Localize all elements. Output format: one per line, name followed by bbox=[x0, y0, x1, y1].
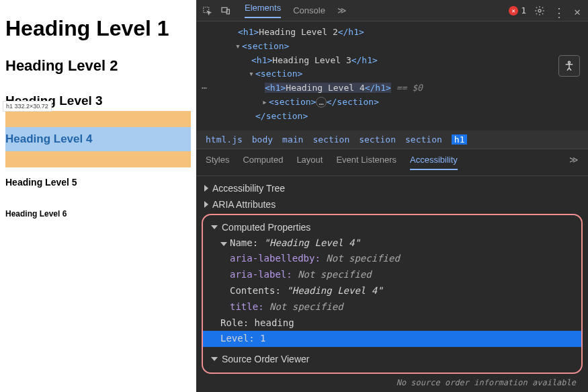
ellipsis-icon[interactable]: ⋯ bbox=[202, 81, 207, 95]
tab-styles[interactable]: Styles bbox=[206, 155, 229, 170]
crumb-main[interactable]: main bbox=[282, 134, 303, 145]
svg-point-4 bbox=[569, 61, 571, 63]
crumb-html[interactable]: html.js bbox=[206, 134, 243, 145]
chevron-right-icon bbox=[204, 201, 208, 208]
element-size-tooltip: h1 332.2×30.72 bbox=[3, 101, 52, 112]
heading-2: Heading Level 2 bbox=[5, 57, 191, 75]
svg-point-3 bbox=[538, 9, 541, 12]
computed-properties-callout: Computed Properties Name: "Heading Level… bbox=[202, 214, 583, 375]
heading-6: Heading Level 6 bbox=[5, 209, 191, 219]
rendered-page: Heading Level 1 Heading Level 2 Heading … bbox=[0, 0, 196, 392]
error-icon: ✕ bbox=[509, 6, 518, 15]
heading-1: Heading Level 1 bbox=[5, 16, 191, 41]
error-badge[interactable]: ✕ 1 bbox=[509, 5, 526, 15]
prop-level: Level: 1 bbox=[203, 331, 581, 347]
chevron-down-icon bbox=[211, 357, 218, 361]
tab-elements[interactable]: Elements bbox=[245, 3, 281, 18]
devtools-toolbar: Elements Console ≫ ✕ 1 ⋮ ✕ bbox=[196, 0, 588, 22]
prop-name[interactable]: Name: "Heading Level 4" bbox=[220, 235, 576, 251]
prop-role: Role: heading bbox=[220, 315, 576, 331]
accessibility-panel: Accessibility Tree ARIA Attributes Compu… bbox=[196, 176, 588, 392]
section-computed-properties[interactable]: Computed Properties bbox=[211, 222, 573, 233]
collapsed-icon[interactable]: … bbox=[316, 97, 326, 108]
section-accessibility-tree[interactable]: Accessibility Tree bbox=[204, 183, 580, 194]
tab-console[interactable]: Console bbox=[293, 5, 325, 15]
sidebar-tabs: Styles Computed Layout Event Listeners A… bbox=[196, 149, 588, 176]
selected-dom-node[interactable]: ⋯<h1>Heading Level 4</h1> == $0 bbox=[210, 81, 588, 95]
section-source-order[interactable]: Source Order Viewer bbox=[211, 354, 573, 364]
chevron-right-icon bbox=[204, 185, 208, 192]
crumb-section[interactable]: section bbox=[312, 134, 349, 145]
crumb-section[interactable]: section bbox=[359, 134, 396, 145]
gear-icon[interactable] bbox=[534, 5, 545, 16]
chevron-down-icon bbox=[220, 242, 227, 246]
tabs-more[interactable]: ≫ bbox=[337, 5, 347, 15]
chevron-down-icon bbox=[211, 225, 218, 229]
tab-accessibility[interactable]: Accessibility bbox=[410, 155, 458, 170]
prop-aria-label: aria-label: Not specified bbox=[220, 267, 576, 283]
accessibility-toggle-button[interactable] bbox=[558, 55, 580, 77]
device-icon[interactable] bbox=[220, 5, 231, 16]
close-icon[interactable]: ✕ bbox=[572, 5, 583, 16]
svg-rect-2 bbox=[226, 9, 229, 14]
prop-contents: Contents: "Heading Level 4" bbox=[220, 283, 576, 299]
content-highlight: Heading Level 4 bbox=[5, 127, 191, 151]
chevron-down-icon[interactable]: ▾ bbox=[235, 40, 242, 54]
tab-layout[interactable]: Layout bbox=[296, 155, 323, 170]
section-aria-attributes[interactable]: ARIA Attributes bbox=[204, 199, 580, 210]
devtools-panel: Elements Console ≫ ✕ 1 ⋮ ✕ <h1>Heading L… bbox=[196, 0, 588, 392]
inspect-icon[interactable] bbox=[202, 5, 212, 16]
error-count: 1 bbox=[521, 5, 526, 15]
footer-note: No source order information available bbox=[202, 374, 583, 389]
prop-title: title: Not specified bbox=[220, 299, 576, 315]
chevron-right-icon[interactable]: ▸ bbox=[262, 95, 269, 110]
crumb-body[interactable]: body bbox=[252, 134, 273, 145]
kebab-icon[interactable]: ⋮ bbox=[553, 5, 564, 16]
prop-aria-labelledby: aria-labelledby: Not specified bbox=[220, 251, 576, 267]
crumb-h1[interactable]: h1 bbox=[452, 134, 468, 145]
tab-computed[interactable]: Computed bbox=[243, 155, 283, 170]
tabs-more[interactable]: ≫ bbox=[569, 155, 579, 170]
chevron-down-icon[interactable]: ▾ bbox=[249, 67, 255, 81]
heading-4: Heading Level 4 bbox=[5, 127, 191, 151]
margin-highlight-top bbox=[5, 111, 191, 127]
margin-highlight-bottom bbox=[5, 151, 191, 167]
tab-event-listeners[interactable]: Event Listeners bbox=[336, 155, 396, 170]
dom-tree[interactable]: <h1>Heading Level 2</h1> ▾<section> <h1>… bbox=[196, 22, 588, 130]
crumb-section[interactable]: section bbox=[405, 134, 442, 145]
dom-breadcrumbs[interactable]: html.js body main section section sectio… bbox=[196, 130, 588, 149]
heading-5: Heading Level 5 bbox=[5, 177, 191, 188]
